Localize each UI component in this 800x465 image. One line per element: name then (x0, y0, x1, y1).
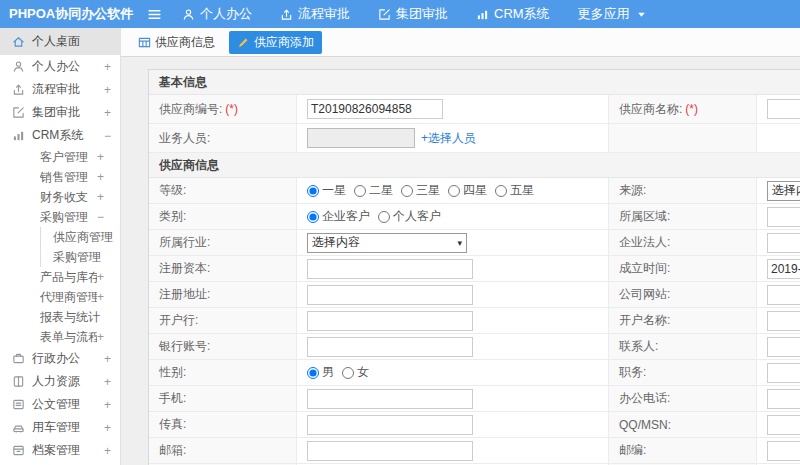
sidebar-item-process-approval[interactable]: 流程审批+ (0, 78, 120, 101)
expand-toggle[interactable]: − (97, 210, 104, 224)
expand-toggle[interactable]: + (104, 106, 111, 120)
sidebar-item-product-inventory[interactable]: 产品与库存+ (0, 267, 120, 287)
form-row: 业务人员:+选择人员 (149, 124, 800, 153)
field-control-cell (757, 256, 800, 281)
level-radio-input[interactable] (495, 185, 507, 197)
topnav-personal-office[interactable]: 个人办公 (182, 5, 252, 23)
sidebar-item-label: 行政办公 (32, 350, 104, 367)
gender-radio-input[interactable] (307, 367, 319, 379)
sidebar-item-agent-mgmt[interactable]: 代理商管理+ (0, 287, 120, 307)
required-mark: (*) (685, 102, 698, 116)
staff-picker-link[interactable]: +选择人员 (421, 130, 476, 147)
field-label: 性别: (159, 364, 186, 381)
fax-input[interactable] (307, 415, 473, 435)
expand-toggle[interactable]: + (97, 270, 104, 284)
field-control-cell (297, 95, 609, 123)
expand-toggle[interactable]: + (104, 352, 111, 366)
level-radio-4[interactable]: 五星 (495, 182, 534, 199)
category-radio-input[interactable] (307, 211, 319, 223)
field-label: 供应商编号: (159, 101, 222, 118)
expand-toggle[interactable]: + (104, 421, 111, 435)
founded-date-input[interactable] (767, 259, 800, 279)
level-radio-1[interactable]: 二星 (354, 182, 393, 199)
supplier-code-input[interactable] (307, 99, 443, 119)
sidebar-item-form-flow-settings[interactable]: 表单与流程设置+ (0, 327, 120, 347)
expand-toggle[interactable]: + (104, 444, 111, 458)
sidebar-item-human-resources[interactable]: 人力资源+ (0, 370, 120, 393)
sidebar-item-sales-mgmt[interactable]: 销售管理+ (0, 167, 120, 187)
required-mark: (*) (225, 102, 238, 116)
registered-capital-input[interactable] (307, 259, 473, 279)
expand-toggle[interactable]: − (104, 129, 111, 143)
expand-toggle[interactable]: + (97, 170, 104, 184)
field-label: 手机: (159, 390, 186, 407)
sidebar-item-personal-desktop[interactable]: 个人桌面 (0, 28, 120, 55)
expand-toggle[interactable]: + (97, 190, 104, 204)
legal-person-input[interactable] (767, 233, 800, 253)
website-input[interactable] (767, 285, 800, 305)
sidebar-item-personal-office[interactable]: 个人办公+ (0, 55, 120, 78)
tab-supplier-add[interactable]: 供应商添加 (229, 31, 322, 54)
category-radio-0[interactable]: 企业客户 (307, 208, 370, 225)
expand-toggle[interactable]: + (97, 150, 104, 164)
source-select[interactable]: 选择内容▾ (767, 181, 800, 201)
expand-toggle[interactable]: + (97, 290, 104, 304)
sidebar-item-document-mgmt[interactable]: 公文管理+ (0, 393, 120, 416)
level-radio-input[interactable] (307, 185, 319, 197)
region-input[interactable] (767, 207, 800, 227)
sidebar-item-reports-stats[interactable]: 报表与统计 (0, 307, 120, 327)
sidebar-item-archive-mgmt[interactable]: 档案管理+ (0, 439, 120, 462)
gender-radio-0[interactable]: 男 (307, 364, 334, 381)
sidebar-item-crm-system[interactable]: CRM系统− (0, 124, 120, 147)
field-label: 来源: (619, 182, 646, 199)
supplier-name-input[interactable] (767, 99, 800, 119)
contact-input[interactable] (767, 337, 800, 357)
qq-msn-input[interactable] (767, 415, 800, 435)
topnav-group-approval[interactable]: 集团审批 (378, 5, 448, 23)
field-label: 注册地址: (159, 286, 210, 303)
tab-supplier-info[interactable]: 供应商信息 (130, 31, 223, 54)
industry-select[interactable]: 选择内容▾ (307, 233, 467, 253)
level-radio-3[interactable]: 四星 (448, 182, 487, 199)
sidebar-item-supplier-mgmt[interactable]: 供应商管理 (41, 227, 120, 247)
email-input[interactable] (307, 441, 473, 461)
sidebar-item-admin-office[interactable]: 行政办公+ (0, 347, 120, 370)
expand-toggle[interactable]: + (104, 375, 111, 389)
hamburger-menu-icon[interactable] (147, 7, 162, 22)
category-radio-input[interactable] (378, 211, 390, 223)
tab-label: 供应商添加 (254, 34, 314, 51)
sidebar-item-purchase-mgmt[interactable]: 采购管理− (0, 207, 120, 227)
level-radio-2[interactable]: 三星 (401, 182, 440, 199)
registered-address-input[interactable] (307, 285, 473, 305)
staff-input[interactable] (307, 128, 415, 148)
account-name-input[interactable] (767, 311, 800, 331)
topnav-process-approval[interactable]: 流程审批 (280, 5, 350, 23)
expand-toggle[interactable]: + (97, 330, 104, 344)
sidebar-item-vehicle-mgmt[interactable]: 用车管理+ (0, 416, 120, 439)
bank-account-input[interactable] (307, 337, 473, 357)
expand-toggle[interactable]: + (104, 398, 111, 412)
expand-toggle[interactable]: + (104, 60, 111, 74)
field-label-cell: 成立时间: (609, 256, 757, 281)
bank-input[interactable] (307, 311, 473, 331)
sidebar-item-group-approval[interactable]: 集团审批+ (0, 101, 120, 124)
expand-toggle[interactable]: + (104, 83, 111, 97)
upload-icon (280, 8, 293, 21)
topnav-crm-system[interactable]: CRM系统 (476, 5, 550, 23)
level-radio-input[interactable] (448, 185, 460, 197)
office-phone-input[interactable] (767, 389, 800, 409)
category-radio-1[interactable]: 个人客户 (378, 208, 441, 225)
level-radio-input[interactable] (401, 185, 413, 197)
gender-radio-input[interactable] (342, 367, 354, 379)
sidebar-item-label: 档案管理 (32, 442, 104, 459)
sidebar-item-purchasing-mgmt[interactable]: 采购管理 (41, 247, 120, 267)
mobile-input[interactable] (307, 389, 473, 409)
topnav-more-apps[interactable]: 更多应用 (578, 5, 648, 23)
sidebar-item-finance-io[interactable]: 财务收支+ (0, 187, 120, 207)
zip-input[interactable] (767, 441, 800, 461)
sidebar-item-customer-mgmt[interactable]: 客户管理+ (0, 147, 120, 167)
level-radio-input[interactable] (354, 185, 366, 197)
gender-radio-1[interactable]: 女 (342, 364, 369, 381)
level-radio-0[interactable]: 一星 (307, 182, 346, 199)
position-input[interactable] (767, 363, 800, 383)
